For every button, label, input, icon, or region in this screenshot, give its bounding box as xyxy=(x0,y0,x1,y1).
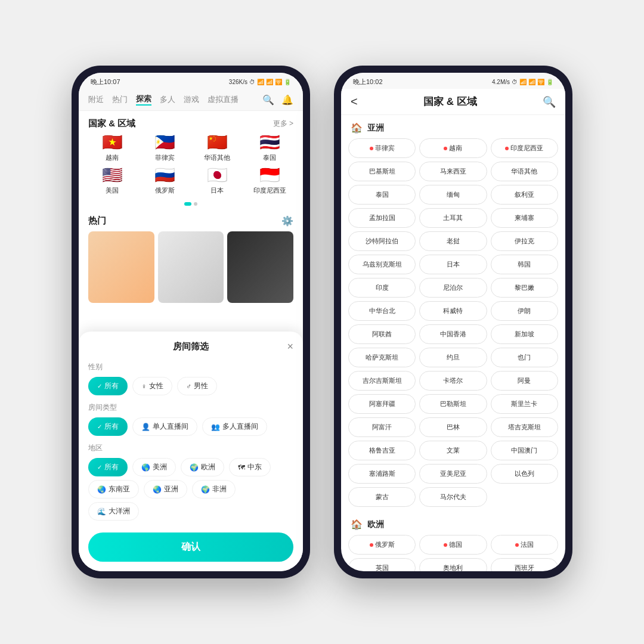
search-button[interactable]: 🔍 xyxy=(543,95,556,109)
flag-item[interactable]: 🇺🇸 美国 xyxy=(88,167,136,195)
region-americas-chip[interactable]: 🌎 美洲 xyxy=(132,458,176,476)
country-chip[interactable]: 马来西亚 xyxy=(419,162,487,181)
dot xyxy=(194,202,197,206)
bell-icon[interactable]: 🔔 xyxy=(281,94,293,106)
country-chip[interactable]: 巴勒斯坦 xyxy=(419,394,487,414)
tab-multi[interactable]: 多人 xyxy=(160,94,175,105)
country-chip[interactable]: 哈萨克斯坦 xyxy=(348,348,416,367)
country-chip[interactable]: 巴基斯坦 xyxy=(348,162,416,181)
region-sea-chip[interactable]: 🌏 东南亚 xyxy=(88,480,139,499)
country-chip[interactable]: 中国香港 xyxy=(419,324,487,344)
country-chip[interactable]: 土耳其 xyxy=(419,208,487,228)
country-chip[interactable]: 缅甸 xyxy=(419,185,487,205)
country-chip[interactable]: 阿曼 xyxy=(491,371,558,391)
country-chip[interactable]: 吉尔吉斯斯坦 xyxy=(348,371,416,391)
country-chip[interactable]: 黎巴嫩 xyxy=(491,278,558,298)
country-chip[interactable]: 韩国 xyxy=(491,255,558,274)
flag-item[interactable]: 🇮🇩 印度尼西亚 xyxy=(246,167,293,195)
flag-item[interactable]: 🇯🇵 日本 xyxy=(193,167,241,195)
country-chip[interactable]: 以色列 xyxy=(491,464,558,484)
country-chip[interactable]: 伊拉克 xyxy=(491,231,558,251)
country-chip[interactable]: 科威特 xyxy=(419,301,487,321)
country-chip[interactable]: 也门 xyxy=(491,348,558,367)
country-chip[interactable]: 叙利亚 xyxy=(491,185,558,205)
country-chip[interactable]: 法国 xyxy=(491,535,558,555)
country-chip[interactable]: 亚美尼亚 xyxy=(419,464,487,484)
country-chip[interactable]: 格鲁吉亚 xyxy=(348,441,416,460)
country-chip[interactable]: 伊朗 xyxy=(491,301,558,321)
room-type-options: ✓ 所有 👤 单人直播间 👥 多人直播间 xyxy=(88,417,293,436)
video-thumb-3[interactable] xyxy=(227,231,293,303)
country-chip[interactable]: 中华台北 xyxy=(348,301,416,321)
country-chip[interactable]: 沙特阿拉伯 xyxy=(348,231,416,251)
country-chip[interactable]: 乌兹别克斯坦 xyxy=(348,255,416,274)
gender-all-chip[interactable]: ✓ 所有 xyxy=(88,377,128,395)
video-thumb-1[interactable] xyxy=(88,231,154,303)
country-chip[interactable]: 德国 xyxy=(419,535,487,555)
country-chip[interactable]: 日本 xyxy=(419,255,487,274)
region-oceania-chip[interactable]: 🌊 大洋洲 xyxy=(88,502,139,521)
tab-nearby[interactable]: 附近 xyxy=(88,94,104,105)
room-all-chip[interactable]: ✓ 所有 xyxy=(88,417,128,436)
tab-hot[interactable]: 热门 xyxy=(112,94,128,105)
country-chip[interactable]: 阿富汗 xyxy=(348,417,416,437)
country-chip[interactable]: 尼泊尔 xyxy=(419,278,487,298)
country-chip[interactable]: 斯里兰卡 xyxy=(491,394,558,414)
country-chip[interactable]: 华语其他 xyxy=(491,162,558,181)
back-button[interactable]: < xyxy=(351,95,358,109)
tab-game[interactable]: 游戏 xyxy=(184,94,199,105)
country-chip[interactable]: 塞浦路斯 xyxy=(348,464,416,484)
room-multi-chip[interactable]: 👥 多人直播间 xyxy=(202,417,267,436)
country-chip[interactable]: 西班牙 xyxy=(491,558,558,571)
country-chip[interactable]: 孟加拉国 xyxy=(348,208,416,228)
more-link[interactable]: 更多 > xyxy=(273,119,293,129)
country-chip[interactable]: 卡塔尔 xyxy=(419,371,487,391)
region-icon-europe: 🏠 xyxy=(351,519,363,530)
country-chip[interactable]: 菲律宾 xyxy=(348,138,416,158)
country-chip[interactable]: 塔吉克斯坦 xyxy=(491,417,558,437)
europe-header: 🏠 欧洲 xyxy=(348,512,558,535)
country-chip[interactable]: 中国澳门 xyxy=(491,441,558,460)
country-chip[interactable]: 老挝 xyxy=(419,231,487,251)
flag-item[interactable]: 🇹🇭 泰国 xyxy=(246,134,293,162)
flag-label: 美国 xyxy=(106,186,119,195)
country-chip[interactable]: 阿联酋 xyxy=(348,324,416,344)
video-thumb-2[interactable] xyxy=(158,231,224,303)
confirm-button[interactable]: 确认 xyxy=(88,532,293,562)
flag-item[interactable]: 🇵🇭 菲律宾 xyxy=(141,134,188,162)
country-chip[interactable]: 新加坡 xyxy=(491,324,558,344)
search-icon[interactable]: 🔍 xyxy=(262,94,274,106)
flag-emoji: 🇺🇸 xyxy=(102,167,123,184)
close-button[interactable]: × xyxy=(287,340,293,353)
tab-explore[interactable]: 探索 xyxy=(136,94,151,106)
flag-item[interactable]: 🇨🇳 华语其他 xyxy=(193,134,241,162)
country-chip[interactable]: 阿塞拜疆 xyxy=(348,394,416,414)
country-chip[interactable]: 印度尼西亚 xyxy=(491,138,558,158)
filter-icon[interactable]: ⚙️ xyxy=(281,215,293,227)
region-all-chip[interactable]: ✓ 所有 xyxy=(88,458,128,476)
country-chip[interactable]: 蒙古 xyxy=(348,487,416,507)
country-chip[interactable]: 泰国 xyxy=(348,185,416,205)
flag-item[interactable]: 🇻🇳 越南 xyxy=(88,134,136,162)
region-asia-chip[interactable]: 🌏 亚洲 xyxy=(144,480,187,499)
gender-male-chip[interactable]: ♂ 男性 xyxy=(177,377,217,395)
gender-label: 性别 xyxy=(88,362,293,372)
country-chip[interactable]: 柬埔寨 xyxy=(491,208,558,228)
gender-female-chip[interactable]: ♀ 女性 xyxy=(132,377,172,395)
country-chip[interactable]: 英国 xyxy=(348,558,416,571)
region-africa-chip[interactable]: 🌍 非洲 xyxy=(192,480,236,499)
country-chip[interactable]: 文莱 xyxy=(419,441,487,460)
flag-label: 印度尼西亚 xyxy=(253,186,286,195)
country-chip[interactable]: 约旦 xyxy=(419,348,487,367)
country-chip[interactable]: 越南 xyxy=(419,138,487,158)
country-chip[interactable]: 印度 xyxy=(348,278,416,298)
region-europe-chip[interactable]: 🌍 欧洲 xyxy=(181,458,224,476)
country-chip[interactable]: 俄罗斯 xyxy=(348,535,416,555)
room-single-chip[interactable]: 👤 单人直播间 xyxy=(132,417,197,436)
region-mideast-chip[interactable]: 🗺 中东 xyxy=(229,458,271,476)
country-chip[interactable]: 马尔代夫 xyxy=(419,487,487,507)
country-chip[interactable]: 奥地利 xyxy=(419,558,487,571)
flag-item[interactable]: 🇷🇺 俄罗斯 xyxy=(141,167,188,195)
country-chip[interactable]: 巴林 xyxy=(419,417,487,437)
tab-virtual[interactable]: 虚拟直播 xyxy=(208,94,239,105)
